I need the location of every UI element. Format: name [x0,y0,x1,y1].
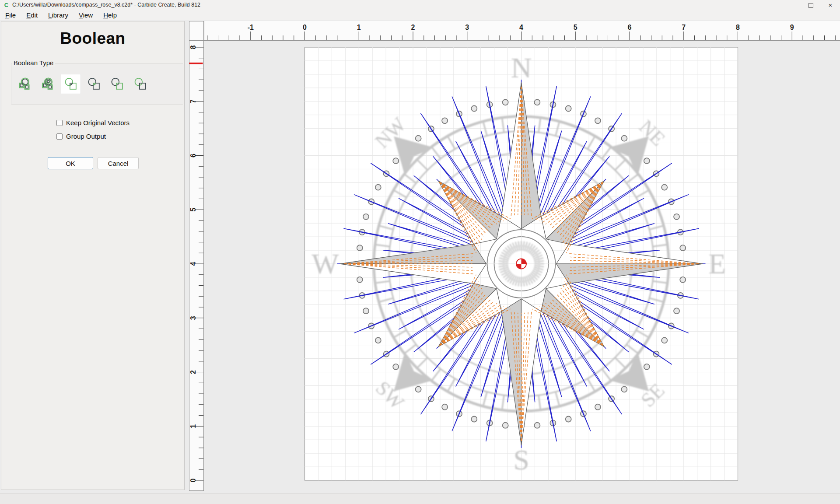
keep-original-vectors-row: Keep Original Vectors [56,119,130,126]
menu-item-library[interactable]: Library [43,10,74,20]
compass-letter-E: E [708,248,726,280]
svg-text:0: 0 [189,478,197,482]
boolean-type-options [14,74,150,94]
svg-text:6: 6 [189,154,197,158]
ruler-cursor-mark [189,63,203,64]
ok-button[interactable]: OK [48,157,93,169]
vertical-ruler: 012345678 [189,41,204,491]
union-icon [18,74,32,94]
intersect-icon [64,74,78,94]
app-logo-icon: C [4,2,9,8]
title-bar: C C:/Users/willa/Downloads/compass_rose_… [0,0,840,10]
window-title: C:/Users/willa/Downloads/compass_rose_v8… [12,2,200,8]
svg-text:-1: -1 [248,24,254,31]
svg-text:1: 1 [189,424,197,428]
union-keep-holes-icon [41,74,55,94]
svg-text:3: 3 [189,316,197,320]
close-icon: × [829,2,833,8]
restore-button[interactable] [802,0,821,10]
svg-text:7: 7 [682,24,686,31]
restore-icon [808,3,813,8]
status-strip [0,493,840,504]
boolean-panel: Boolean Boolean Type [1,21,185,490]
menu-item-file[interactable]: File [0,10,21,20]
cancel-button[interactable]: Cancel [98,157,139,169]
boolean-union-button[interactable] [14,74,35,94]
minimize-icon [790,5,794,5]
svg-text:2: 2 [189,370,197,374]
boolean-union-keep-holes-button[interactable] [38,74,58,94]
intersect-keep-back-icon [87,74,101,94]
group-output-label: Group Output [66,133,106,140]
page-title: Boolean [1,29,184,48]
svg-text:2: 2 [411,24,415,31]
boolean-subtract-front-button[interactable] [107,74,127,94]
svg-text:4: 4 [189,262,197,266]
group-output-row: Group Output [56,133,106,140]
group-output-checkbox[interactable] [56,133,63,140]
boolean-type-label: Boolean Type [12,59,55,66]
svg-text:5: 5 [189,208,197,212]
svg-text:4: 4 [519,24,523,31]
boolean-subtract-back-button[interactable] [130,74,150,94]
compass-letter-S: S [513,444,529,476]
subtract-back-icon [133,74,147,94]
svg-text:3: 3 [465,24,469,31]
svg-text:6: 6 [628,24,632,31]
compass-letter-N: N [511,52,532,84]
horizontal-ruler: -10123456789 [204,21,840,41]
boolean-intersect-button[interactable] [61,74,81,94]
close-button[interactable]: × [821,0,840,10]
ruler-corner [189,21,204,41]
keep-original-vectors-label: Keep Original Vectors [66,119,130,126]
subtract-front-icon [110,74,124,94]
svg-text:8: 8 [189,45,197,49]
design-canvas[interactable]: NESWNESESWNW [204,41,840,493]
svg-text:9: 9 [790,24,794,31]
menu-item-view[interactable]: View [74,10,98,20]
compass-letter-W: W [312,248,339,280]
menu-item-help[interactable]: Help [98,10,122,20]
svg-text:1: 1 [357,24,361,31]
boolean-intersect-keep-back-button[interactable] [84,74,104,94]
svg-text:8: 8 [736,24,740,31]
center-datum-mark [516,259,526,269]
svg-text:0: 0 [303,24,307,31]
menu-bar: FileEditLibraryViewHelp [0,10,840,20]
svg-text:7: 7 [189,99,197,103]
minimize-button[interactable] [782,0,802,10]
keep-original-vectors-checkbox[interactable] [56,120,63,126]
svg-text:5: 5 [574,24,578,31]
menu-item-edit[interactable]: Edit [21,10,43,20]
